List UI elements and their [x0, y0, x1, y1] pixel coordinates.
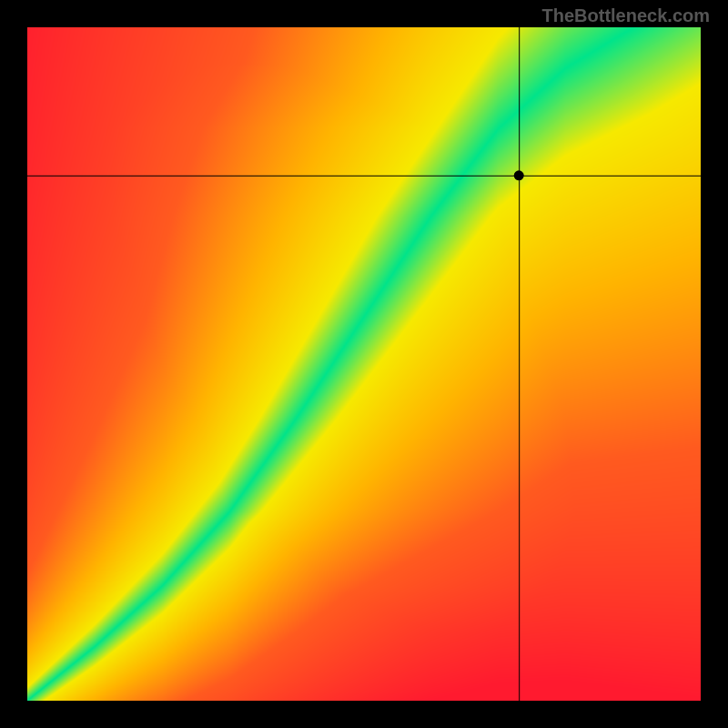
chart-container: TheBottleneck.com: [0, 0, 728, 728]
attribution-label: TheBottleneck.com: [542, 5, 710, 26]
heatmap-canvas: [0, 0, 728, 728]
